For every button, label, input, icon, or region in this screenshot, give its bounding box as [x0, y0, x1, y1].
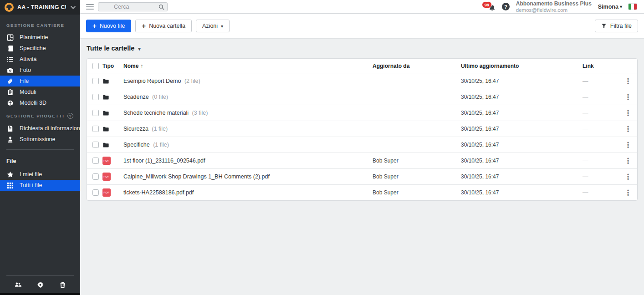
dots-vertical-icon: •	[624, 162, 633, 164]
sidebar-bottom-strip	[0, 293, 80, 295]
row-checkbox[interactable]	[92, 94, 99, 100]
column-header-updated-by: Aggiornato da	[373, 63, 461, 69]
row-checkbox[interactable]	[92, 158, 99, 164]
sidebar-item-planimetrie[interactable]: Planimetrie	[0, 32, 80, 43]
row-name[interactable]: Scadenze (0 file)	[123, 94, 373, 100]
row-checkbox[interactable]	[92, 173, 99, 180]
folder-icon	[102, 110, 109, 117]
row-type-cell: PDF	[102, 173, 123, 181]
new-file-button[interactable]: + Nuovo file	[86, 20, 131, 32]
row-checkbox[interactable]	[92, 110, 99, 116]
sidebar-item-sottomissione[interactable]: Sottomissione	[0, 134, 80, 145]
chevron-down-icon	[71, 6, 76, 9]
folder-filter-dropdown[interactable]: Tutte le cartelle ▾	[87, 45, 141, 52]
sidebar-footer	[0, 275, 80, 293]
row-checkbox[interactable]	[92, 126, 99, 132]
row-type-cell	[102, 78, 123, 85]
search-input[interactable]	[98, 3, 167, 11]
subscription-info: Abbonamento Business Plus demos@fieldwir…	[516, 1, 592, 13]
select-all-checkbox[interactable]	[92, 63, 99, 69]
table-row[interactable]: PDF Calpine_Millwork Shop Drawings 1_BH …	[87, 168, 637, 184]
gear-button[interactable]	[35, 280, 45, 289]
sidebar-item-richiesta-di-informazioni[interactable]: Richiesta di informazioni	[0, 123, 80, 134]
table-row[interactable]: Sicurezza (1 file) 30/10/25, 16:47 — •••	[87, 121, 637, 137]
row-menu-button[interactable]: •••	[624, 78, 633, 85]
cube-icon	[6, 99, 14, 107]
row-menu-button[interactable]: •••	[624, 110, 633, 117]
row-updated-at: 30/10/25, 16:47	[461, 173, 583, 180]
row-name[interactable]: tickets-HA22588186.pdf.pdf	[123, 189, 373, 196]
pdf-file-icon: PDF	[102, 188, 111, 197]
sidebar: AA - TRAINING CU... GESTIONE CANTIERE Pl…	[0, 0, 80, 295]
table-row[interactable]: Schede tecniche materiali (3 file) 30/10…	[87, 105, 637, 121]
folder-icon	[102, 142, 109, 148]
people-button[interactable]	[13, 280, 23, 289]
pdf-file-icon: PDF	[102, 173, 111, 181]
row-name[interactable]: Schede tecniche materiali (3 file)	[123, 110, 373, 116]
sidebar-item-file[interactable]: File	[0, 76, 80, 86]
people-icon	[15, 281, 21, 288]
row-link: —	[583, 126, 624, 132]
row-name[interactable]: Esempio Report Demo (2 file)	[123, 78, 373, 84]
row-menu-button[interactable]: •••	[624, 126, 633, 132]
row-checkbox[interactable]	[92, 142, 99, 148]
new-folder-button[interactable]: + Nuova cartella	[135, 20, 192, 32]
sidebar-item-moduli[interactable]: Moduli	[0, 86, 80, 97]
row-type-cell: PDF	[102, 157, 123, 165]
row-name[interactable]: 1st floor (1)_231116_092546.pdf	[123, 158, 373, 164]
dots-vertical-icon: •	[624, 146, 633, 148]
column-header-name[interactable]: Nome↑	[123, 63, 373, 69]
table-row[interactable]: PDF 1st floor (1)_231116_092546.pdf Bob …	[87, 153, 637, 168]
table-row[interactable]: Specifiche (1 file) 30/10/25, 16:47 — ••…	[87, 137, 637, 153]
row-link: —	[583, 158, 624, 164]
project-switcher[interactable]: AA - TRAINING CU...	[0, 0, 80, 15]
user-menu[interactable]: Simona ▾	[598, 4, 622, 10]
search-icon[interactable]	[158, 4, 164, 10]
table-row[interactable]: Esempio Report Demo (2 file) 30/10/25, 1…	[87, 73, 637, 89]
grid-icon	[6, 182, 14, 189]
row-type-cell	[102, 142, 123, 148]
row-checkbox[interactable]	[92, 78, 99, 84]
row-name[interactable]: Calpine_Millwork Shop Drawings 1_BH Comm…	[123, 173, 373, 180]
dots-vertical-icon: •	[624, 130, 633, 132]
sidebar-item-attivit-[interactable]: Attività	[0, 54, 80, 65]
row-type-cell	[102, 126, 123, 132]
table-row[interactable]: Scadenze (0 file) 30/10/25, 16:47 — •••	[87, 89, 637, 105]
row-menu-button[interactable]: •••	[624, 173, 633, 180]
sidebar-item-specifiche[interactable]: Specifiche	[0, 43, 80, 54]
file-toolbar: + Nuovo file + Nuova cartella Azioni ▾ F…	[80, 14, 644, 38]
row-link: —	[583, 78, 624, 84]
row-menu-button[interactable]: •••	[624, 158, 633, 164]
sidebar-item-tutti-i-file[interactable]: Tutti i file	[0, 180, 80, 191]
row-checkbox[interactable]	[92, 189, 99, 196]
notifications-button[interactable]: 99	[483, 2, 496, 12]
row-updated-at: 30/10/25, 16:47	[461, 142, 583, 148]
row-name[interactable]: Specifiche (1 file)	[123, 142, 373, 148]
table-row[interactable]: PDF tickets-HA22588186.pdf.pdf Bob Super…	[87, 184, 637, 200]
row-name[interactable]: Sicurezza (1 file)	[123, 126, 373, 132]
row-menu-button[interactable]: •••	[624, 94, 633, 101]
sidebar-item-foto[interactable]: Foto	[0, 65, 80, 76]
table-header-row: Tipo Nome↑ Aggiornato da Ultimo aggiorna…	[87, 59, 637, 73]
row-menu-button[interactable]: •••	[624, 142, 633, 148]
chevron-down-icon: ▾	[620, 4, 622, 9]
row-updated-at: 30/10/25, 16:47	[461, 110, 583, 116]
sidebar-section-label: GESTIONE CANTIERE	[0, 18, 80, 32]
help-icon[interactable]: ?	[67, 113, 73, 119]
actions-button[interactable]: Azioni ▾	[196, 20, 230, 32]
trash-button[interactable]	[57, 280, 67, 289]
star-icon	[6, 171, 14, 178]
hamburger-menu-icon[interactable]	[86, 3, 94, 11]
language-flag-italy[interactable]	[629, 4, 637, 10]
row-link: —	[583, 110, 624, 116]
sidebar-item-i-miei-file[interactable]: I miei file	[0, 169, 80, 180]
help-button[interactable]: ?	[502, 3, 510, 10]
sidebar-item-modelli-3d[interactable]: Modelli 3D	[0, 97, 80, 108]
filter-files-button[interactable]: Filtra file	[595, 20, 638, 32]
trash-icon	[59, 281, 66, 288]
row-updated-by: Bob Super	[373, 173, 461, 180]
row-menu-button[interactable]: •••	[624, 189, 633, 196]
folder-icon	[102, 78, 109, 85]
topbar: 99 ? Abbonamento Business Plus demos@fie…	[80, 0, 644, 14]
floorplan-icon	[6, 34, 14, 41]
